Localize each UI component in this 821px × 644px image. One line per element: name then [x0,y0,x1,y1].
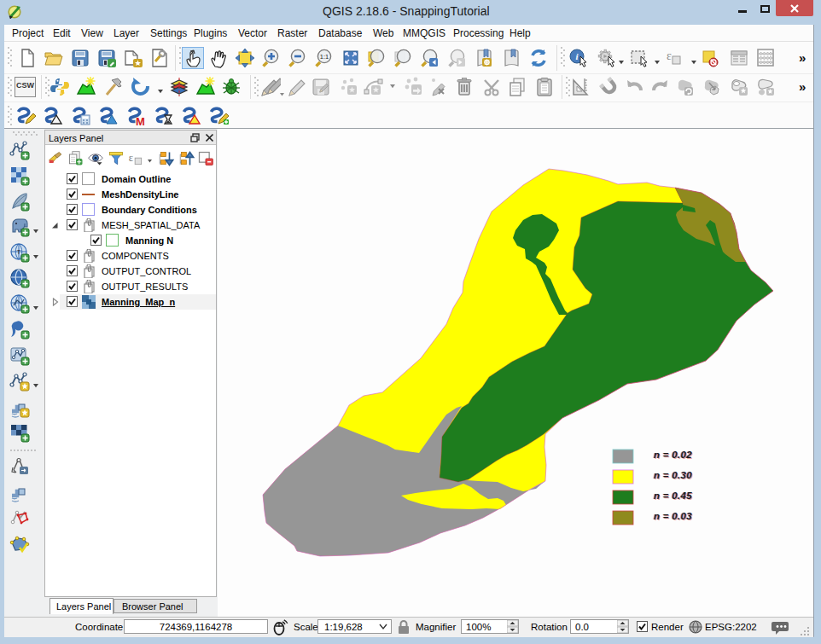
svg-text:ε: ε [667,49,672,62]
svg-text:M: M [136,115,145,126]
svg-text:1:1: 1:1 [320,53,329,61]
svg-text:T: T [17,248,21,256]
svg-text:ε: ε [129,152,133,164]
